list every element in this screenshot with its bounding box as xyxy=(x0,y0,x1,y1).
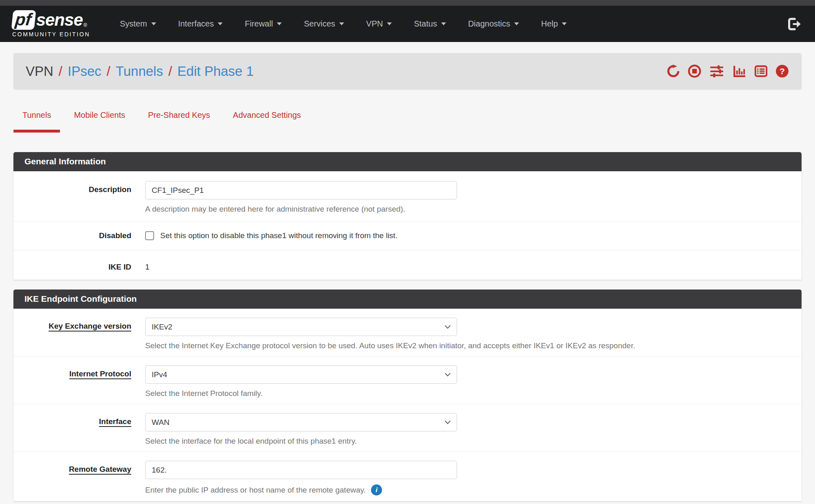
pfsense-logo[interactable]: pf sense ® COMMUNITY EDITION xyxy=(12,10,90,38)
ike-id-label: IKE ID xyxy=(13,259,145,272)
stop-icon[interactable] xyxy=(687,64,702,78)
chevron-down-icon xyxy=(218,22,223,25)
main-navbar: pf sense ® COMMUNITY EDITION System Inte… xyxy=(0,6,815,42)
breadcrumb: VPN / IPsec / Tunnels / Edit Phase 1 xyxy=(26,64,254,79)
ike-id-value: 1 xyxy=(145,259,791,272)
breadcrumb-ipsec-link[interactable]: IPsec xyxy=(68,64,102,79)
ipsec-tab-bar: Tunnels Mobile Clients Pre-Shared Keys A… xyxy=(13,106,802,133)
tab-advanced-settings[interactable]: Advanced Settings xyxy=(224,106,310,133)
breadcrumb-separator: / xyxy=(168,64,172,79)
description-row: Description A description may be entered… xyxy=(13,171,802,221)
description-input[interactable] xyxy=(145,181,457,199)
logo-sense-text: sense xyxy=(36,10,83,30)
nav-item-diagnostics[interactable]: Diagnostics xyxy=(457,19,530,29)
info-icon[interactable]: i xyxy=(371,484,382,495)
help-icon[interactable]: ? xyxy=(775,64,789,78)
sign-out-icon xyxy=(786,17,801,31)
breadcrumb-separator: / xyxy=(107,64,110,79)
nav-item-vpn[interactable]: VPN xyxy=(355,19,403,29)
tab-pre-shared-keys[interactable]: Pre-Shared Keys xyxy=(139,106,219,133)
logout-button[interactable] xyxy=(785,15,803,33)
sliders-icon[interactable] xyxy=(709,64,725,79)
nav-menu: System Interfaces Firewall Services VPN … xyxy=(109,19,578,29)
list-icon[interactable] xyxy=(754,64,768,78)
chevron-down-icon xyxy=(151,22,156,25)
section-title-ike-endpoint-configuration: IKE Endpoint Configuration xyxy=(13,290,802,309)
tab-mobile-clients[interactable]: Mobile Clients xyxy=(65,106,134,133)
key-exchange-version-label: Key Exchange version xyxy=(49,322,131,332)
nav-item-interfaces[interactable]: Interfaces xyxy=(167,19,234,29)
remote-gateway-row: Remote Gateway Enter the public IP addre… xyxy=(13,452,802,501)
breadcrumb-separator: / xyxy=(59,64,62,79)
logo-registered-mark: ® xyxy=(84,22,87,28)
remote-gateway-input[interactable] xyxy=(145,461,457,479)
chevron-down-icon xyxy=(339,22,344,25)
chevron-down-icon xyxy=(562,22,567,25)
interface-select[interactable]: WAN xyxy=(145,413,457,431)
chevron-down-icon xyxy=(387,22,392,25)
internet-protocol-help: Select the Internet Protocol family. xyxy=(145,389,791,398)
description-help: A description may be entered here for ad… xyxy=(145,205,791,214)
chevron-down-icon xyxy=(441,22,446,25)
disabled-row: Disabled Set this option to disable this… xyxy=(13,221,802,250)
internet-protocol-select[interactable]: IPv4 xyxy=(145,365,457,384)
nav-item-status[interactable]: Status xyxy=(403,19,457,29)
ike-id-row: IKE ID 1 xyxy=(13,250,802,280)
nav-item-firewall[interactable]: Firewall xyxy=(234,19,293,29)
key-exchange-version-select[interactable]: IKEv2 xyxy=(145,318,457,336)
section-title-general-information: General Information xyxy=(13,152,802,171)
chevron-down-icon xyxy=(514,22,519,25)
disabled-checkbox-label: Set this option to disable this phase1 w… xyxy=(160,231,398,240)
key-exchange-version-help: Select the Internet Key Exchange protoco… xyxy=(145,341,791,350)
nav-item-services[interactable]: Services xyxy=(293,19,355,29)
breadcrumb-bar: VPN / IPsec / Tunnels / Edit Phase 1 xyxy=(13,53,802,89)
logo-pf-mark: pf xyxy=(11,10,36,30)
interface-help: Select the interface for the local endpo… xyxy=(145,437,791,446)
breadcrumb-vpn: VPN xyxy=(26,64,53,79)
nav-item-system[interactable]: System xyxy=(109,19,167,29)
ike-endpoint-configuration-section: IKE Endpoint Configuration Key Exchange … xyxy=(13,290,802,501)
disabled-label: Disabled xyxy=(13,231,145,240)
interface-label: Interface xyxy=(99,417,131,427)
internet-protocol-label: Internet Protocol xyxy=(69,369,131,379)
interface-row: Interface WAN Select the interface for t… xyxy=(13,404,802,452)
window-top-strip xyxy=(0,0,815,6)
key-exchange-version-row: Key Exchange version IKEv2 Select the In… xyxy=(13,309,802,356)
logo-subtitle: COMMUNITY EDITION xyxy=(12,31,90,38)
remote-gateway-label: Remote Gateway xyxy=(69,465,131,475)
description-label: Description xyxy=(13,181,145,214)
disabled-checkbox[interactable] xyxy=(145,231,154,240)
chevron-down-icon xyxy=(277,22,282,25)
page-action-icons: ? xyxy=(666,64,789,79)
svg-text:?: ? xyxy=(780,66,785,76)
nav-item-help[interactable]: Help xyxy=(530,19,578,29)
tab-tunnels[interactable]: Tunnels xyxy=(13,106,60,133)
breadcrumb-edit-phase1-link[interactable]: Edit Phase 1 xyxy=(177,64,254,79)
internet-protocol-row: Internet Protocol IPv4 Select the Intern… xyxy=(13,356,802,404)
breadcrumb-tunnels-link[interactable]: Tunnels xyxy=(116,64,163,79)
remote-gateway-help: Enter the public IP address or host name… xyxy=(145,486,366,495)
chart-bar-icon[interactable] xyxy=(732,64,747,78)
refresh-icon[interactable] xyxy=(666,64,680,78)
general-information-section: General Information Description A descri… xyxy=(13,152,802,280)
